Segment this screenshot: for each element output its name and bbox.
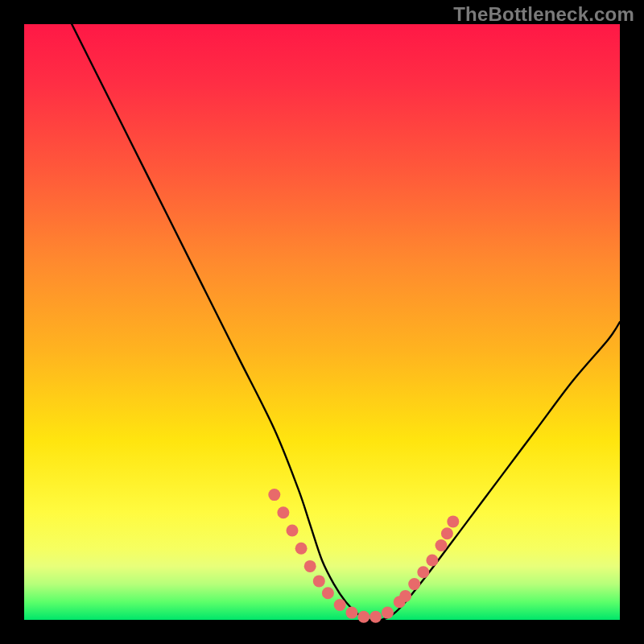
highlight-dot bbox=[287, 525, 299, 537]
highlight-dot bbox=[417, 566, 429, 578]
chart-svg bbox=[24, 24, 620, 620]
highlight-dot bbox=[436, 539, 448, 551]
chart-frame: TheBottleneck.com bbox=[0, 0, 644, 644]
highlight-dots bbox=[268, 489, 459, 623]
bottleneck-curve bbox=[72, 24, 620, 621]
highlight-dot bbox=[346, 607, 358, 619]
highlight-dot bbox=[304, 560, 316, 572]
highlight-dot bbox=[357, 611, 369, 623]
highlight-dot bbox=[313, 575, 325, 587]
plot-area bbox=[24, 24, 620, 620]
highlight-dot bbox=[277, 506, 289, 518]
highlight-dot bbox=[382, 607, 394, 619]
watermark-text: TheBottleneck.com bbox=[453, 3, 634, 26]
highlight-dot bbox=[426, 555, 438, 567]
highlight-dot bbox=[369, 611, 382, 623]
highlight-dot bbox=[295, 543, 308, 555]
highlight-dot bbox=[322, 587, 334, 599]
highlight-dot bbox=[334, 599, 346, 611]
highlight-dot bbox=[441, 527, 453, 539]
highlight-dot bbox=[268, 489, 280, 501]
highlight-dot bbox=[447, 515, 459, 527]
highlight-dot bbox=[399, 590, 411, 602]
highlight-dot bbox=[408, 578, 420, 590]
